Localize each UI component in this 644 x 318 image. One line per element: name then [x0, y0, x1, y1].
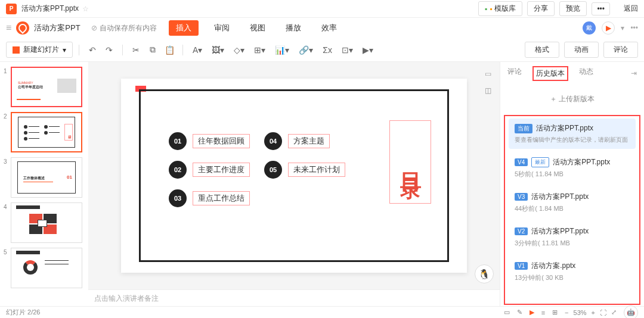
grid-icon[interactable]: ⊞	[552, 308, 558, 316]
assistant-icon[interactable]: 🤖	[624, 305, 638, 319]
play-slideshow-button[interactable]: ▶	[602, 21, 615, 35]
tab-review[interactable]: 审阅	[209, 20, 234, 36]
menu-bar: ≡ 活动方案PPT 自动保存所有内容 插入 审阅 视图 播放 效率 戴 ▶ ▾ …	[0, 18, 644, 38]
version-item-v3[interactable]: V3 活动方案PPT.pptx 44秒前( 1.84 MB	[509, 187, 636, 218]
toc-title-box[interactable]: 目录	[389, 120, 431, 204]
more-button[interactable]: •••	[592, 2, 610, 15]
thumbnail-5[interactable]: 5	[0, 248, 88, 288]
document-icon	[16, 21, 29, 35]
shape-button[interactable]: ◇▾	[230, 43, 248, 57]
user-avatar[interactable]: 戴	[583, 21, 596, 35]
view-mode-icon[interactable]: ▭	[504, 308, 510, 316]
edit-mode-icon[interactable]: ✎	[517, 308, 522, 316]
document-filename: 活动方案PPT.pptx	[21, 4, 79, 14]
notes-icon[interactable]: ≡	[541, 309, 545, 316]
format-panel-button[interactable]: 格式	[525, 42, 559, 58]
redo-button[interactable]: ↷	[102, 43, 116, 57]
new-slide-button[interactable]: 新建幻灯片 ▾	[6, 42, 73, 58]
canvas-area: 01 往年数据回顾 02 主要工作进度 03 重点工作总结 04	[88, 62, 500, 306]
tab-efficiency[interactable]: 效率	[317, 20, 342, 36]
version-list: 当前 活动方案PPT.pptx 要查看编辑中产生的版本记录，请刷新页面 V4 最…	[504, 115, 640, 305]
document-title: 活动方案PPT	[34, 23, 80, 33]
paste-button[interactable]: 📋	[162, 43, 177, 57]
toc-item-3[interactable]: 03 重点工作总结	[169, 189, 250, 207]
play-icon[interactable]: ▶	[530, 308, 534, 316]
zoom-level: 53%	[574, 309, 587, 316]
layers-icon[interactable]: ◫	[482, 85, 494, 96]
speaker-notes[interactable]: 点击输入演讲者备注	[88, 289, 500, 306]
toc-item-1[interactable]: 01 往年数据回顾	[169, 132, 250, 150]
zoom-out-button[interactable]: −	[565, 309, 568, 316]
title-bar: P 活动方案PPT.pptx ☆ ▪▪ 模版库 分享 预览 ••• 返回	[0, 0, 644, 18]
table-button[interactable]: ⊞▾	[250, 43, 269, 57]
group-button[interactable]: ⊡▾	[338, 43, 357, 57]
layout-icon[interactable]: ▭	[482, 68, 494, 80]
slide-counter: 幻灯片 2/26	[6, 308, 40, 317]
fit-screen-button[interactable]: ⛶	[600, 309, 606, 316]
zoom-in-button[interactable]: +	[592, 309, 595, 316]
right-sidebar: 评论 历史版本 动态 ⇥ ＋ 上传新版本 当前 活动方案PPT.pptx 要查看…	[500, 62, 644, 306]
thumbnail-4[interactable]: 4	[0, 202, 88, 243]
toolbar: 新建幻灯片 ▾ ↶ ↷ ✂ ⧉ 📋 A▾ 🖼▾ ◇▾ ⊞▾ 📊▾ 🔗▾ Σx ⊡…	[0, 38, 644, 62]
link-button[interactable]: 🔗▾	[295, 43, 317, 57]
version-item-v1[interactable]: V1 活动方案.pptx 13分钟前( 30 KB	[509, 256, 636, 287]
tab-insert[interactable]: 插入	[169, 20, 199, 36]
star-icon[interactable]: ☆	[82, 5, 89, 13]
toc-item-4[interactable]: 04 方案主题	[264, 132, 345, 150]
thumbnail-2[interactable]: 2 目录	[0, 112, 88, 152]
preview-button[interactable]: 预览	[559, 1, 587, 16]
hamburger-icon[interactable]: ≡	[6, 23, 11, 33]
toc-item-5[interactable]: 05 未来工作计划	[264, 161, 345, 179]
version-item-v2[interactable]: V2 活动方案PPT.pptx 3分钟前( 11.81 MB	[509, 222, 636, 252]
plus-icon	[13, 46, 20, 54]
share-button[interactable]: 分享	[527, 1, 555, 16]
thumbnail-3[interactable]: 3 工作整体概述 01	[0, 157, 88, 198]
autosave-status: 自动保存所有内容	[91, 23, 157, 33]
sidebar-tab-history[interactable]: 历史版本	[532, 66, 568, 81]
thumbnail-1[interactable]: 1 SUMMARY 公司半年度总结	[0, 67, 88, 107]
back-button[interactable]: 返回	[624, 4, 638, 14]
more-icon[interactable]: •••	[630, 24, 638, 32]
upload-version-button[interactable]: ＋ 上传新版本	[510, 89, 634, 109]
fullscreen-button[interactable]: ⤢	[611, 308, 617, 316]
status-bar: 幻灯片 2/26 ▭ ✎ ▶ ≡ ⊞ − 53% + ⛶ ⤢ 🤖	[0, 306, 644, 318]
app-icon: P	[6, 4, 17, 14]
version-item-current[interactable]: 当前 活动方案PPT.pptx 要查看编辑中产生的版本记录，请刷新页面	[509, 119, 636, 149]
chart-button[interactable]: 📊▾	[271, 43, 293, 57]
image-button[interactable]: 🖼▾	[208, 43, 228, 57]
collapse-sidebar-icon[interactable]: ⇥	[631, 69, 637, 77]
template-library-button[interactable]: ▪▪ 模版库	[478, 1, 523, 16]
animation-panel-button[interactable]: 动画	[564, 42, 599, 58]
dropdown-icon[interactable]: ▾	[621, 24, 624, 32]
media-button[interactable]: ▶▾	[359, 43, 377, 57]
slide-thumbnails: 1 SUMMARY 公司半年度总结 2 目录	[0, 62, 88, 306]
comment-panel-button[interactable]: 评论	[603, 42, 638, 58]
tab-view[interactable]: 视图	[245, 20, 270, 36]
format-painter-button[interactable]: ✂	[129, 43, 143, 57]
copy-button[interactable]: ⧉	[145, 43, 160, 57]
tab-play[interactable]: 播放	[281, 20, 306, 36]
toc-item-2[interactable]: 02 主要工作进度	[169, 161, 250, 179]
helper-avatar-icon[interactable]: 🐧	[475, 264, 494, 283]
version-item-v4[interactable]: V4 最新 活动方案PPT.pptx 5秒前( 11.84 MB	[509, 152, 636, 183]
sidebar-tab-comments[interactable]: 评论	[507, 67, 522, 80]
formula-button[interactable]: Σx	[319, 43, 336, 57]
undo-button[interactable]: ↶	[85, 43, 100, 57]
slide-canvas[interactable]: 01 往年数据回顾 02 主要工作进度 03 重点工作总结 04	[121, 79, 467, 273]
sidebar-tab-activity[interactable]: 动态	[579, 67, 593, 80]
text-box-button[interactable]: A▾	[189, 43, 206, 57]
